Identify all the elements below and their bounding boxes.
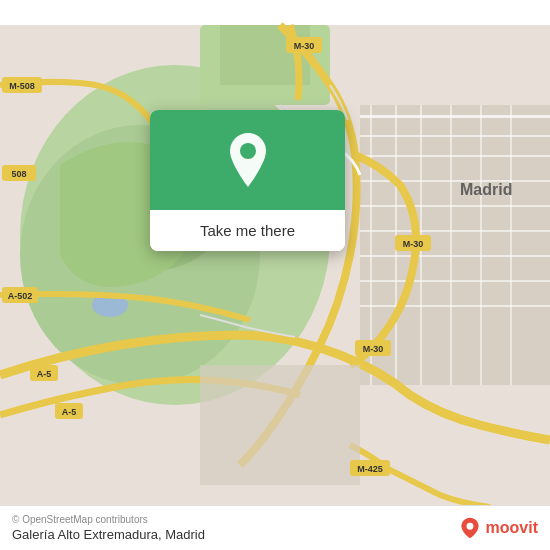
- svg-rect-11: [360, 180, 550, 182]
- svg-rect-20: [450, 105, 452, 385]
- svg-text:M-30: M-30: [363, 344, 384, 354]
- svg-point-45: [466, 523, 473, 530]
- take-me-there-button[interactable]: Take me there: [150, 210, 345, 251]
- location-card: Take me there: [150, 110, 345, 251]
- svg-rect-22: [510, 105, 512, 385]
- svg-text:M-30: M-30: [294, 41, 315, 51]
- svg-rect-15: [360, 280, 550, 282]
- bottom-left: © OpenStreetMap contributors Galería Alt…: [12, 514, 205, 542]
- svg-text:A-5: A-5: [62, 407, 77, 417]
- svg-text:M-425: M-425: [357, 464, 383, 474]
- svg-text:M-30: M-30: [403, 239, 424, 249]
- map-background: M-30 M-30 M-30 M-508 508 A-5 A-5 A-502 M…: [0, 0, 550, 550]
- svg-rect-16: [360, 305, 550, 307]
- map-container: M-30 M-30 M-30 M-508 508 A-5 A-5 A-502 M…: [0, 0, 550, 550]
- location-pin-icon: [224, 131, 272, 189]
- svg-point-44: [240, 143, 256, 159]
- svg-rect-9: [360, 135, 550, 137]
- svg-text:A-5: A-5: [37, 369, 52, 379]
- svg-text:508: 508: [11, 169, 26, 179]
- svg-text:Madrid: Madrid: [460, 181, 512, 198]
- svg-rect-13: [360, 230, 550, 232]
- location-name: Galería Alto Extremadura, Madrid: [12, 527, 205, 542]
- svg-rect-8: [360, 115, 550, 118]
- copyright-text: © OpenStreetMap contributors: [12, 514, 205, 525]
- svg-text:A-502: A-502: [8, 291, 33, 301]
- svg-rect-10: [360, 155, 550, 157]
- moovit-logo-icon: [458, 516, 482, 540]
- moovit-logo: moovit: [458, 516, 538, 540]
- card-map-icon-area: [150, 110, 345, 210]
- svg-text:M-508: M-508: [9, 81, 35, 91]
- bottom-bar: © OpenStreetMap contributors Galería Alt…: [0, 505, 550, 550]
- svg-rect-21: [480, 105, 482, 385]
- svg-rect-12: [360, 205, 550, 207]
- svg-rect-14: [360, 255, 550, 257]
- moovit-text: moovit: [486, 519, 538, 537]
- svg-rect-23: [200, 365, 360, 485]
